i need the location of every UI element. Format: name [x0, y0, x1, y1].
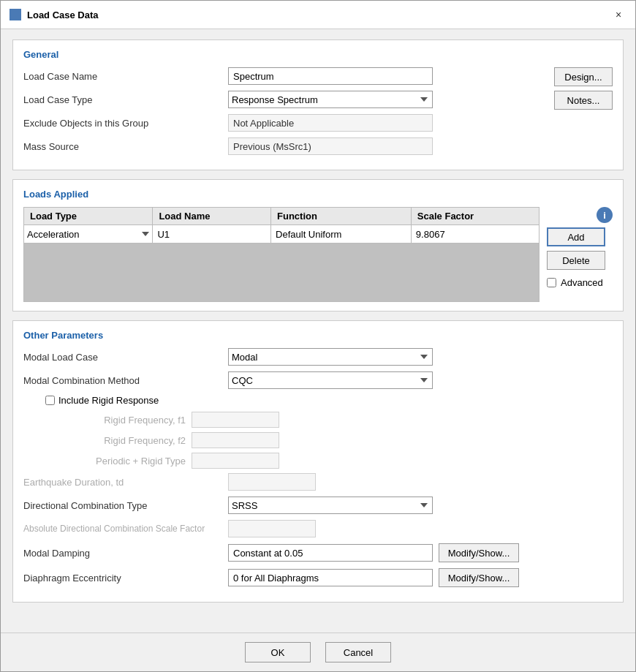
- mass-source-value: Previous (MsSrc1): [228, 137, 433, 155]
- include-rigid-checkbox[interactable]: [45, 396, 55, 405]
- general-fields: Load Case Name Load Case Type Response S…: [23, 67, 541, 161]
- earthquake-row: Earthquake Duration, td: [23, 473, 613, 491]
- diaphragm-input[interactable]: [228, 569, 433, 586]
- dialog-content: General Load Case Name Load Case Type Re…: [1, 29, 635, 633]
- diaphragm-modify-button[interactable]: Modify/Show...: [439, 568, 519, 587]
- rigid-freq-f2-label: Rigid Frequency, f2: [45, 435, 192, 446]
- modal-load-case-label: Modal Load Case: [23, 352, 228, 363]
- loads-applied-title: Loads Applied: [23, 189, 613, 200]
- directional-combination-select[interactable]: SRSS ABS CQC3: [228, 497, 433, 514]
- periodic-rigid-label: Periodic + Rigid Type: [45, 456, 192, 467]
- load-case-type-label: Load Case Type: [23, 94, 228, 105]
- exclude-label: Exclude Objects in this Group: [23, 118, 228, 129]
- scale-factor-cell[interactable]: 9.8067: [411, 225, 539, 243]
- directional-combination-label: Directional Combination Type: [23, 500, 228, 511]
- periodic-rigid-input: [192, 453, 279, 469]
- advanced-label[interactable]: Advanced: [561, 277, 603, 288]
- table-row: Acceleration U1 Default Uniform 9.8067: [24, 225, 540, 243]
- load-type-cell: Acceleration: [24, 225, 153, 243]
- loads-table-wrapper: Load Type Load Name Function Scale Facto…: [23, 207, 540, 302]
- dialog-title: Load Case Data: [27, 10, 99, 20]
- loads-header-row: Load Type Load Name Function Scale Facto…: [24, 208, 540, 225]
- advanced-row: Advanced: [547, 277, 603, 288]
- rigid-freq-f2-row: Rigid Frequency, f2: [45, 432, 613, 448]
- advanced-checkbox[interactable]: [547, 278, 556, 287]
- abs-directional-input: [228, 520, 316, 537]
- modal-damping-label: Modal Damping: [23, 548, 228, 559]
- delete-button[interactable]: Delete: [547, 251, 605, 270]
- rigid-freq-f1-input: [192, 412, 279, 428]
- function-cell[interactable]: Default Uniform: [271, 225, 412, 243]
- col-header-load-name: Load Name: [153, 208, 271, 225]
- abs-directional-row: Absolute Directional Combination Scale F…: [23, 520, 613, 537]
- include-rigid-text: Include Rigid Response: [58, 395, 159, 406]
- other-parameters-title: Other Parameters: [23, 330, 613, 341]
- other-parameters-section: Other Parameters Modal Load Case Modal M…: [12, 320, 624, 603]
- dialog-window: Load Case Data × General Load Case Name …: [0, 0, 636, 672]
- modal-combination-label: Modal Combination Method: [23, 375, 228, 386]
- col-header-scale-factor: Scale Factor: [411, 208, 539, 225]
- loads-table-header: Load Type Load Name Function Scale Facto…: [24, 208, 540, 225]
- loads-top: Load Type Load Name Function Scale Facto…: [23, 207, 613, 302]
- modal-damping-input[interactable]: [228, 544, 433, 562]
- general-title: General: [23, 49, 613, 60]
- diaphragm-label: Diaphragm Eccentricity: [23, 573, 228, 584]
- load-case-name-input[interactable]: [228, 67, 433, 85]
- mass-source-label: Mass Source: [23, 141, 228, 152]
- general-right-buttons: Design... Notes...: [554, 67, 613, 110]
- cancel-button[interactable]: Cancel: [325, 642, 391, 662]
- general-layout: Load Case Name Load Case Type Response S…: [23, 67, 613, 161]
- design-button[interactable]: Design...: [554, 67, 613, 86]
- load-case-name-label: Load Case Name: [23, 71, 228, 82]
- periodic-rigid-row: Periodic + Rigid Type: [45, 453, 613, 469]
- include-rigid-row: Include Rigid Response: [23, 395, 613, 406]
- modal-load-case-row: Modal Load Case Modal: [23, 348, 613, 366]
- mass-source-row: Mass Source Previous (MsSrc1): [23, 137, 541, 155]
- earthquake-label: Earthquake Duration, td: [23, 477, 228, 488]
- loads-table: Load Type Load Name Function Scale Facto…: [23, 207, 540, 302]
- add-button[interactable]: Add: [547, 227, 605, 246]
- diaphragm-row: Diaphragm Eccentricity Modify/Show...: [23, 568, 613, 587]
- col-header-function: Function: [271, 208, 412, 225]
- ok-button[interactable]: OK: [245, 642, 311, 662]
- info-icon[interactable]: i: [597, 207, 613, 223]
- directional-combination-row: Directional Combination Type SRSS ABS CQ…: [23, 497, 613, 514]
- modal-damping-modify-button[interactable]: Modify/Show...: [439, 543, 519, 562]
- load-case-type-row: Load Case Type Response Spectrum Static …: [23, 91, 541, 108]
- rigid-freq-f2-input: [192, 432, 279, 448]
- dialog-icon: [10, 9, 21, 20]
- modal-damping-row: Modal Damping Modify/Show...: [23, 543, 613, 562]
- notes-button[interactable]: Notes...: [554, 91, 613, 110]
- dialog-footer: OK Cancel: [1, 633, 635, 671]
- loads-empty-cell: [24, 243, 540, 302]
- earthquake-input: [228, 473, 316, 491]
- load-name-cell[interactable]: U1: [153, 225, 271, 243]
- modal-combination-row: Modal Combination Method CQC SRSS ABS: [23, 371, 613, 389]
- title-bar-left: Load Case Data: [10, 9, 99, 20]
- loads-right-panel: i Add Delete Advanced: [547, 207, 613, 288]
- col-header-load-type: Load Type: [24, 208, 153, 225]
- modal-load-case-select[interactable]: Modal: [228, 348, 433, 366]
- rigid-freq-f1-label: Rigid Frequency, f1: [45, 415, 192, 426]
- loads-empty-row: [24, 243, 540, 302]
- load-case-type-select[interactable]: Response Spectrum Static Dynamic: [228, 91, 433, 108]
- general-section: General Load Case Name Load Case Type Re…: [12, 39, 624, 170]
- exclude-row: Exclude Objects in this Group Not Applic…: [23, 114, 541, 132]
- modal-combination-select[interactable]: CQC SRSS ABS: [228, 371, 433, 389]
- rigid-freq-f1-row: Rigid Frequency, f1: [45, 412, 613, 428]
- include-rigid-label[interactable]: Include Rigid Response: [45, 395, 159, 406]
- exclude-value: Not Applicable: [228, 114, 433, 132]
- load-case-name-row: Load Case Name: [23, 67, 541, 85]
- title-bar: Load Case Data ×: [1, 1, 635, 29]
- loads-applied-section: Loads Applied Load Type Load Name Functi…: [12, 179, 624, 312]
- rigid-fields: Rigid Frequency, f1 Rigid Frequency, f2 …: [23, 412, 613, 469]
- load-type-select[interactable]: Acceleration: [24, 225, 152, 243]
- abs-directional-label: Absolute Directional Combination Scale F…: [23, 524, 228, 534]
- loads-table-body: Acceleration U1 Default Uniform 9.8067: [24, 225, 540, 302]
- close-button[interactable]: ×: [610, 7, 626, 23]
